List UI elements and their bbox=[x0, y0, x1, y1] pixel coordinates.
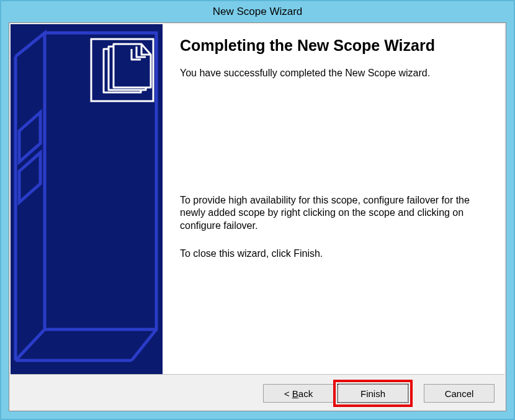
finish-highlight: Finish bbox=[333, 380, 413, 407]
wizard-sidebar-graphic bbox=[11, 24, 163, 374]
content-inner: Completing the New Scope Wizard You have… bbox=[9, 22, 506, 411]
failover-text: To provide high availability for this sc… bbox=[180, 194, 487, 233]
wizard-page-content: Completing the New Scope Wizard You have… bbox=[163, 24, 504, 374]
content-outer: Completing the New Scope Wizard You have… bbox=[1, 22, 514, 419]
close-text: To close this wizard, click Finish. bbox=[180, 248, 487, 261]
back-button-label: < Back bbox=[284, 388, 313, 399]
main-area: Completing the New Scope Wizard You have… bbox=[11, 24, 504, 375]
window-title: New Scope Wizard bbox=[213, 6, 303, 18]
button-bar: < Back Finish Cancel bbox=[9, 376, 506, 411]
back-button[interactable]: < Back bbox=[263, 384, 334, 403]
wizard-window: New Scope Wizard bbox=[0, 0, 515, 420]
spacer bbox=[180, 95, 487, 194]
titlebar[interactable]: New Scope Wizard bbox=[1, 1, 514, 22]
finish-button[interactable]: Finish bbox=[338, 384, 408, 403]
page-heading: Completing the New Scope Wizard bbox=[180, 37, 487, 55]
cancel-button[interactable]: Cancel bbox=[424, 384, 495, 403]
success-text: You have successfully completed the New … bbox=[180, 67, 487, 80]
